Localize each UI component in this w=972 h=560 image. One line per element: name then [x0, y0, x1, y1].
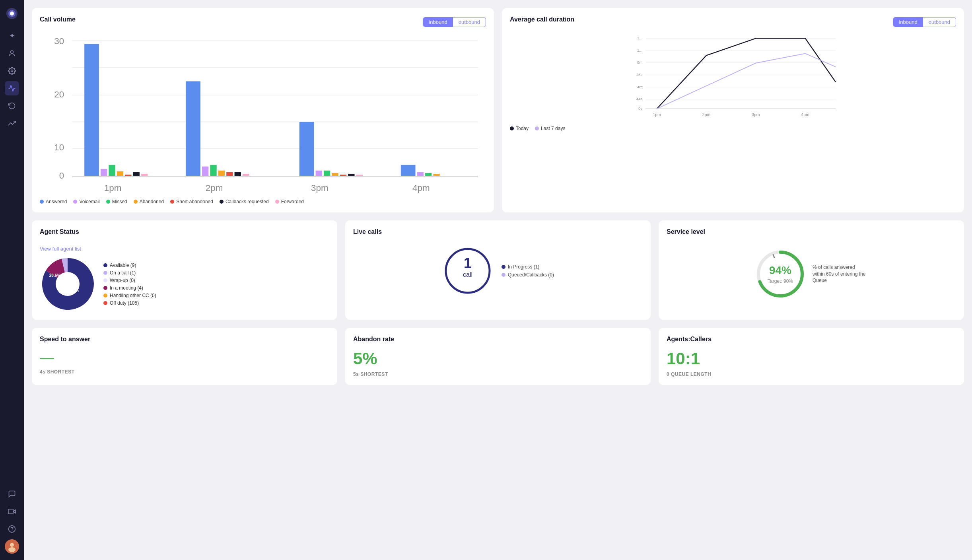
call-volume-outbound-btn[interactable]: outbound: [453, 18, 486, 27]
svg-text:28.6%: 28.6%: [49, 273, 60, 278]
app-logo: [5, 6, 19, 21]
in-progress-item: In Progress (1): [502, 264, 554, 270]
svg-rect-33: [235, 172, 241, 176]
avg-duration-header: Average call duration inbound outbound: [510, 16, 956, 28]
top-row: Call volume inbound outbound 30: [32, 8, 964, 212]
svg-text:4m: 4m: [637, 85, 642, 89]
live-calls-header: Live calls: [353, 228, 643, 240]
svg-text:10: 10: [54, 142, 64, 152]
avg-duration-outbound-btn[interactable]: outbound: [923, 18, 956, 27]
svg-rect-43: [417, 172, 424, 176]
legend-callbacks: Callbacks requested: [220, 199, 269, 204]
legend-in-meeting: In a meeting (4): [103, 285, 156, 291]
live-calls-circle: 1 call: [442, 245, 494, 297]
svg-rect-37: [324, 171, 330, 176]
agent-status-card: Agent Status View full agent list 64.3% …: [32, 220, 337, 320]
legend-short-abandoned: Short-abandoned: [170, 199, 213, 204]
call-volume-title: Call volume: [40, 16, 76, 23]
legend-last7days: Last 7 days: [535, 126, 565, 131]
speed-to-answer-title: Speed to answer: [40, 336, 90, 342]
svg-point-3: [11, 51, 14, 53]
gear-icon[interactable]: [5, 64, 19, 78]
view-agent-list-link[interactable]: View full agent list: [40, 246, 81, 252]
call-volume-chart: 30 20 10 0: [40, 33, 486, 204]
bot-row: Speed to answer — 4s SHORTEST Abandon ra…: [32, 328, 964, 385]
agent-status-pie-container: 64.3% 28.6% Available (9) On a call (1) …: [40, 256, 329, 312]
avg-duration-legend: Today Last 7 days: [510, 126, 956, 131]
call-volume-inbound-btn[interactable]: inbound: [423, 18, 453, 27]
abandon-rate-card: Abandon rate 5% 5s SHORTEST: [345, 328, 651, 385]
agents-callers-value: 10:1: [667, 349, 956, 368]
service-level-value: 94%: [768, 264, 793, 277]
call-volume-card: Call volume inbound outbound 30: [32, 8, 494, 212]
svg-rect-24: [117, 171, 123, 176]
legend-on-a-call: On a call (1): [103, 270, 156, 276]
abandon-rate-value: 5%: [353, 349, 643, 368]
svg-rect-36: [316, 171, 322, 176]
speed-to-answer-shortest: 4s SHORTEST: [40, 369, 329, 375]
service-level-gauge: 94% Target: 90%: [754, 248, 806, 300]
chat-icon[interactable]: [5, 487, 19, 501]
legend-forwarded: Forwarded: [275, 199, 304, 204]
agent-status-legend: Available (9) On a call (1) Wrap-up (0) …: [103, 262, 156, 306]
queued-callbacks-item: Queued/Callbacks (0): [502, 272, 554, 278]
live-calls-row: 1 call In Progress (1) Queued/Callbacks …: [353, 245, 643, 297]
activity-icon[interactable]: [5, 81, 19, 95]
svg-point-10: [8, 547, 16, 552]
svg-rect-26: [133, 172, 140, 176]
legend-off-duty: Off duty (105): [103, 300, 156, 306]
live-calls-card: Live calls 1 call In Progress (1) Queued…: [345, 220, 651, 320]
svg-text:44s: 44s: [636, 97, 643, 101]
chart-icon[interactable]: [5, 116, 19, 130]
svg-rect-42: [401, 165, 416, 177]
legend-missed: Missed: [106, 199, 127, 204]
svg-marker-5: [13, 510, 16, 513]
sparkles-icon[interactable]: ✦: [5, 29, 19, 43]
svg-text:20: 20: [54, 89, 64, 99]
live-calls-title: Live calls: [353, 228, 382, 235]
svg-text:64.3%: 64.3%: [68, 288, 79, 293]
agents-callers-card: Agents:Callers 10:1 0 QUEUE LENGTH: [659, 328, 964, 385]
svg-rect-44: [425, 173, 432, 176]
sidebar: ✦: [0, 0, 24, 560]
service-level-gauge-container: 94% Target: 90% % of calls answered with…: [667, 248, 956, 300]
legend-handling-other-cc: Handling other CC (0): [103, 293, 156, 298]
person-icon[interactable]: [5, 46, 19, 60]
svg-text:2pm: 2pm: [206, 183, 223, 193]
svg-rect-21: [84, 44, 99, 177]
svg-rect-22: [101, 169, 107, 176]
call-volume-legend: Answered Voicemail Missed Abandoned: [40, 199, 486, 204]
service-level-title: Service level: [667, 228, 705, 235]
avatar[interactable]: [5, 539, 19, 554]
svg-text:call: call: [463, 271, 472, 278]
live-calls-info: In Progress (1) Queued/Callbacks (0): [502, 264, 554, 278]
svg-line-78: [773, 254, 774, 258]
speed-to-answer-card: Speed to answer — 4s SHORTEST: [32, 328, 337, 385]
avg-duration-inbound-btn[interactable]: inbound: [893, 18, 923, 27]
svg-text:1: 1: [464, 255, 472, 271]
video-icon[interactable]: [5, 504, 19, 519]
svg-rect-32: [226, 172, 233, 176]
avg-duration-card: Average call duration inbound outbound 1…: [502, 8, 964, 212]
svg-text:28s: 28s: [636, 72, 643, 77]
svg-rect-38: [332, 173, 338, 176]
avg-duration-toggle: inbound outbound: [893, 17, 956, 27]
svg-rect-31: [218, 171, 225, 176]
svg-text:3pm: 3pm: [752, 112, 760, 117]
history-icon[interactable]: [5, 99, 19, 113]
service-level-header: Service level: [667, 228, 956, 240]
svg-text:9m: 9m: [637, 60, 642, 64]
svg-point-2: [10, 12, 14, 16]
svg-text:0s: 0s: [638, 106, 642, 111]
agents-callers-title: Agents:Callers: [667, 336, 712, 342]
svg-text:1pm: 1pm: [104, 183, 122, 193]
legend-today: Today: [510, 126, 529, 131]
legend-available: Available (9): [103, 262, 156, 268]
abandon-rate-shortest: 5s SHORTEST: [353, 371, 643, 377]
svg-point-4: [11, 70, 13, 72]
mid-row: Agent Status View full agent list 64.3% …: [32, 220, 964, 320]
avg-duration-title: Average call duration: [510, 16, 574, 23]
help-icon[interactable]: [5, 522, 19, 536]
svg-text:1...: 1...: [637, 48, 642, 52]
agents-callers-queue: 0 QUEUE LENGTH: [667, 371, 956, 377]
